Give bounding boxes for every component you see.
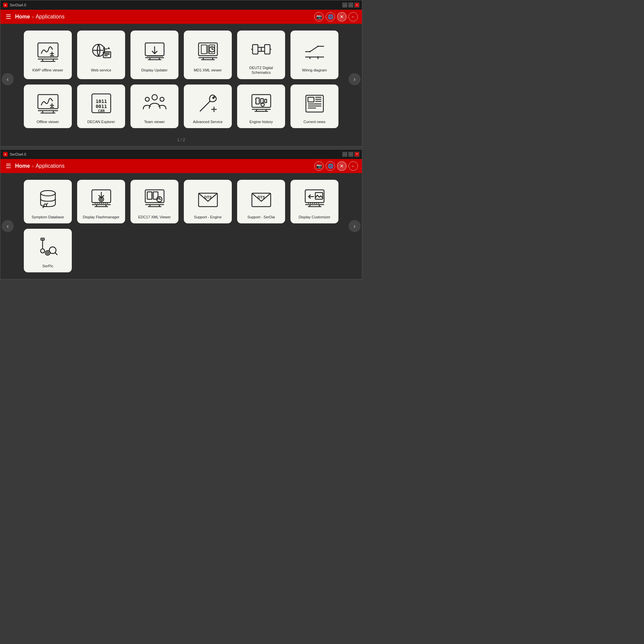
svg-point-28 xyxy=(155,56,156,57)
icon-wiring-diagram xyxy=(301,38,328,65)
svg-point-113 xyxy=(103,203,104,204)
title-bar-2: S SerDia4.0 — □ ✕ xyxy=(0,150,362,159)
icon-serpic xyxy=(35,234,61,261)
svg-point-29 xyxy=(157,56,158,57)
title-bar-left-1: S SerDia4.0 xyxy=(3,3,26,7)
tile-offline-viewer[interactable]: Offline viewer xyxy=(24,85,72,128)
tile-decan-explorer[interactable]: 1011 0011 CAN DECAN Explorer xyxy=(77,85,125,128)
icon-team-viewer xyxy=(141,90,168,117)
maximize-button-1[interactable]: □ xyxy=(348,3,353,7)
svg-point-27 xyxy=(153,56,154,57)
app-row-1: KWP offline viewer xyxy=(24,31,338,79)
icon-display-updater xyxy=(141,38,168,65)
nav-next-2[interactable]: › xyxy=(348,220,361,232)
svg-point-98 xyxy=(41,191,55,196)
header-close-button-1[interactable]: ✕ xyxy=(337,12,346,21)
svg-text:0011: 0011 xyxy=(96,104,107,109)
nav-prev-2[interactable]: ‹ xyxy=(2,220,14,232)
back-button-1[interactable]: ← xyxy=(348,12,358,21)
window-2: S SerDia4.0 — □ ✕ ☰ Home › Applications … xyxy=(0,149,362,280)
tile-symptom-database[interactable]: Symptom Database xyxy=(24,180,72,223)
svg-text:S: S xyxy=(4,153,6,156)
tile-display-flashmanager[interactable]: Display Flashmanager xyxy=(77,180,125,223)
title-bar-left-2: S SerDia4.0 xyxy=(3,152,26,157)
svg-point-24 xyxy=(147,56,148,57)
icon-kwp-offline-viewer xyxy=(35,38,61,65)
tile-wiring-diagram[interactable]: Wiring diagram xyxy=(290,31,338,79)
menu-button-2[interactable]: ☰ xyxy=(4,161,12,171)
svg-point-26 xyxy=(151,56,152,57)
svg-rect-37 xyxy=(201,45,207,54)
svg-point-73 xyxy=(160,97,164,101)
tile-web-service[interactable]: Web service xyxy=(77,31,125,79)
tile-display-customizer[interactable]: Display Customizer xyxy=(290,180,338,223)
svg-point-111 xyxy=(99,203,100,204)
tile-current-news[interactable]: Current news xyxy=(290,85,338,128)
label-display-flashmanager: Display Flashmanager xyxy=(83,215,119,219)
label-kwp-offline-viewer: KWP offline viewer xyxy=(33,68,63,72)
minimize-button-2[interactable]: — xyxy=(342,152,347,157)
globe-button-2[interactable]: 🌐 xyxy=(326,161,335,171)
breadcrumb-home-1[interactable]: Home xyxy=(15,14,30,20)
breadcrumb-1: Home › Applications xyxy=(15,14,312,20)
tile-kwp-offline-viewer[interactable]: KWP offline viewer xyxy=(24,31,72,79)
tile-md1-xml-viewer[interactable]: MD1 XML viewer xyxy=(184,31,232,79)
header-2: ☰ Home › Applications 📷 🌐 ✕ ← xyxy=(0,159,362,173)
camera-button-2[interactable]: 📷 xyxy=(314,161,324,171)
label-symptom-database: Symptom Database xyxy=(32,215,64,219)
app-row-2: Offline viewer 1011 0011 CAN DECAN Explo… xyxy=(24,85,338,128)
header-actions-2: 📷 🌐 ✕ ← xyxy=(314,161,358,171)
header-close-button-2[interactable]: ✕ xyxy=(337,161,346,171)
app-grid-container-2: ‹ › xyxy=(0,173,362,279)
label-wiring-diagram: Wiring diagram xyxy=(302,68,327,72)
close-button-1[interactable]: ✕ xyxy=(355,3,359,7)
svg-line-148 xyxy=(55,253,57,255)
label-team-viewer: Team viewer xyxy=(144,119,165,124)
tile-support-serdia[interactable]: DTS Support - SerDia xyxy=(237,180,285,223)
svg-line-52 xyxy=(310,46,318,52)
svg-point-149 xyxy=(45,251,50,255)
maximize-button-2[interactable]: □ xyxy=(348,152,353,157)
menu-button-1[interactable]: ☰ xyxy=(4,12,12,22)
tile-display-updater[interactable]: Display Updater xyxy=(130,31,178,79)
svg-point-108 xyxy=(100,198,102,200)
label-display-customizer: Display Customizer xyxy=(299,215,330,219)
icon-web-service xyxy=(88,38,115,65)
header-1: ☰ Home › Applications 📷 🌐 ✕ ← xyxy=(0,10,362,24)
tile-edc17-xml-viewer[interactable]: EDC17 XML Viewer xyxy=(130,180,178,223)
svg-text:1011: 1011 xyxy=(96,99,107,104)
breadcrumb-home-2[interactable]: Home xyxy=(15,163,30,169)
camera-button-1[interactable]: 📷 xyxy=(314,12,324,21)
label-edc17-xml-viewer: EDC17 XML Viewer xyxy=(138,215,171,219)
icon-support-serdia: DTS xyxy=(248,185,275,212)
tile-advanced-service[interactable]: Advanced Service xyxy=(184,85,232,128)
app-icon-small: S xyxy=(3,3,8,7)
tile-serpic[interactable]: SerPic xyxy=(24,229,72,272)
app-icon-small-2: S xyxy=(3,152,8,157)
svg-point-139 xyxy=(310,203,311,204)
breadcrumb-current-2: Applications xyxy=(36,163,64,169)
window-1: S SerDia4.0 — □ ✕ ☰ Home › Applications … xyxy=(0,0,362,147)
nav-next-1[interactable]: › xyxy=(348,73,361,85)
tile-deutz-digital-schematics[interactable]: DEUTZ Digital Schematics xyxy=(237,31,285,79)
label-current-news: Current news xyxy=(304,119,325,124)
close-button-2[interactable]: ✕ xyxy=(355,152,359,157)
globe-button-1[interactable]: 🌐 xyxy=(326,12,335,21)
tile-support-engine[interactable]: DTS Support - Engine xyxy=(184,180,232,223)
svg-rect-89 xyxy=(308,97,314,102)
svg-point-141 xyxy=(314,203,315,204)
svg-rect-83 xyxy=(265,99,267,103)
label-display-updater: Display Updater xyxy=(141,68,167,72)
back-button-2[interactable]: ← xyxy=(348,161,358,171)
title-bar-text-1: SerDia4.0 xyxy=(10,3,26,7)
page-indicator-1: 1 / 2 xyxy=(0,135,362,146)
label-deutz-digital-schematics: DEUTZ Digital Schematics xyxy=(240,65,282,75)
icon-decan-explorer: 1011 0011 CAN xyxy=(88,90,115,117)
title-bar-controls-2: — □ ✕ xyxy=(342,152,359,157)
tile-team-viewer[interactable]: Team viewer xyxy=(130,85,178,128)
tile-engine-history[interactable]: Engine history xyxy=(237,85,285,128)
nav-prev-1[interactable]: ‹ xyxy=(2,73,14,85)
svg-point-143 xyxy=(318,203,319,204)
minimize-button-1[interactable]: — xyxy=(342,3,347,7)
svg-point-30 xyxy=(159,56,160,57)
